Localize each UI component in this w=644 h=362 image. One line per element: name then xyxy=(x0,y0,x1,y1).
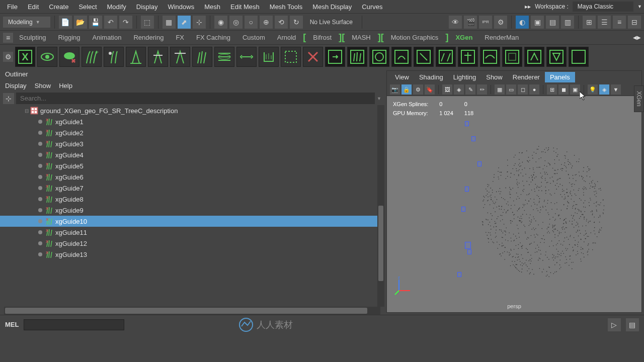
vp-menu-view[interactable]: View xyxy=(390,72,414,82)
playback-icon[interactable]: ▷ xyxy=(608,318,621,331)
vp-light-icon[interactable]: 💡 xyxy=(588,84,598,95)
visibility-dot-icon[interactable] xyxy=(38,175,42,179)
vp-grid-icon[interactable]: ▦ xyxy=(495,84,505,95)
vp-menu-panels[interactable]: Panels xyxy=(545,72,575,82)
menu-modify[interactable]: Modify xyxy=(102,1,131,13)
menu-meshtools[interactable]: Mesh Tools xyxy=(265,1,308,13)
xgen-groom-7-icon[interactable] xyxy=(480,47,500,67)
menu-display[interactable]: Display xyxy=(131,1,163,13)
xgen-preview-icon[interactable] xyxy=(37,47,57,67)
xgen-groom-6-icon[interactable] xyxy=(458,47,478,67)
snap-point-icon[interactable]: ⊹ xyxy=(193,16,206,29)
vp-isolate-icon[interactable]: ◈ xyxy=(599,84,609,95)
outliner-scrollbar[interactable] xyxy=(377,105,384,307)
vp-menu-show[interactable]: Show xyxy=(481,72,508,82)
snap-4-icon[interactable]: ⊕ xyxy=(260,16,273,29)
layout-4-icon[interactable]: ⊟ xyxy=(628,16,641,29)
outliner-menu-show[interactable]: Show xyxy=(35,82,51,89)
shelf-editor-icon[interactable]: ≡ xyxy=(3,33,13,43)
snap-2-icon[interactable]: ◎ xyxy=(229,16,243,29)
xgen-guide-sculpt-icon[interactable] xyxy=(104,47,124,67)
mel-input[interactable] xyxy=(24,319,124,330)
outliner-menu-help[interactable]: Help xyxy=(59,82,72,89)
open-scene-icon[interactable]: 📂 xyxy=(74,16,87,29)
vp-grease-icon[interactable]: ✏ xyxy=(477,84,487,95)
xgen-tool-2-icon[interactable] xyxy=(148,47,168,67)
shelf-mash[interactable]: MASH xyxy=(346,32,377,43)
visibility-dot-icon[interactable] xyxy=(38,208,42,212)
visibility-dot-icon[interactable] xyxy=(38,120,42,124)
render-icon[interactable]: 👁 xyxy=(449,16,462,29)
vp-filmgate-icon[interactable]: ▭ xyxy=(506,84,516,95)
xgen-side-tab[interactable]: XGen xyxy=(634,85,644,112)
tree-item[interactable]: X xgGuide11 xyxy=(0,227,384,238)
xgen-export-icon[interactable] xyxy=(325,47,345,67)
xgen-groom-11-icon[interactable] xyxy=(569,47,589,67)
xgen-groom-8-icon[interactable] xyxy=(502,47,522,67)
panel-2-icon[interactable]: ▣ xyxy=(531,16,544,29)
outliner-h-scrollbar[interactable] xyxy=(4,307,380,315)
vp-menu-shading[interactable]: Shading xyxy=(414,72,448,82)
panel-1-icon[interactable]: ◐ xyxy=(516,16,529,29)
new-scene-icon[interactable]: 📄 xyxy=(59,16,72,29)
vp-wireframe-icon[interactable]: ⊞ xyxy=(547,84,557,95)
vp-settings-icon[interactable]: ⚙ xyxy=(413,84,423,95)
workspace-selector[interactable]: Maya Classic xyxy=(573,2,633,12)
xgen-groom-2-icon[interactable] xyxy=(369,47,389,67)
script-editor-icon[interactable]: ▤ xyxy=(626,318,639,331)
visibility-dot-icon[interactable] xyxy=(38,252,42,256)
visibility-dot-icon[interactable] xyxy=(38,164,42,168)
redo-icon[interactable]: ↷ xyxy=(119,16,132,29)
outliner-search-input[interactable] xyxy=(16,93,375,104)
ipr-icon[interactable]: IPR xyxy=(479,16,492,29)
panel-3-icon[interactable]: ▤ xyxy=(546,16,559,29)
menu-windows[interactable]: Windows xyxy=(163,1,199,13)
viewport-3d[interactable]: XGen Splines:00 GPU Memory:1 024118 z pe… xyxy=(387,96,641,312)
tree-item[interactable]: X xgGuide10 xyxy=(0,216,384,227)
tree-item[interactable]: X xgGuide9 xyxy=(0,205,384,216)
xgen-tool-1-icon[interactable] xyxy=(126,47,146,67)
shelf-custom[interactable]: Custom xyxy=(236,32,271,43)
snap-1-icon[interactable]: ◉ xyxy=(214,16,227,29)
tree-item[interactable]: X xgGuide7 xyxy=(0,183,384,194)
xgen-groom-5-icon[interactable] xyxy=(436,47,456,67)
xgen-groom-3-icon[interactable] xyxy=(391,47,412,67)
vp-xray-icon[interactable]: ▼ xyxy=(611,84,621,95)
tree-item[interactable]: X xgGuide8 xyxy=(0,194,384,205)
tree-item[interactable]: X xgGuide13 xyxy=(0,249,384,260)
shelf-motiongraphics[interactable]: Motion Graphics xyxy=(385,32,445,43)
visibility-dot-icon[interactable] xyxy=(38,142,42,146)
visibility-dot-icon[interactable] xyxy=(38,241,42,245)
visibility-dot-icon[interactable] xyxy=(38,153,42,157)
tree-item[interactable]: X xgGuide2 xyxy=(0,127,384,138)
shelf-sculpting[interactable]: Sculpting xyxy=(13,32,52,43)
snap-3-icon[interactable]: ○ xyxy=(245,16,258,29)
shelf-options-icon[interactable]: ⚙ xyxy=(3,52,13,62)
vp-imageplane-icon[interactable]: 🖼 xyxy=(442,84,452,95)
undo-icon[interactable]: ↶ xyxy=(104,16,117,29)
shelf-renderman[interactable]: RenderMan xyxy=(478,32,525,43)
vp-bookmark-icon[interactable]: 🔖 xyxy=(425,84,435,95)
shelf-rigging[interactable]: Rigging xyxy=(52,32,86,43)
shelf-fx[interactable]: FX xyxy=(170,32,190,43)
tree-parent-node[interactable]: ⊟ ground_XGen_geo_FG_SR_TreeC_descriptio… xyxy=(0,105,384,116)
menu-file[interactable]: File xyxy=(2,1,23,13)
xgen-tool-7-icon[interactable] xyxy=(259,47,279,67)
menu-edit[interactable]: Edit xyxy=(23,1,44,13)
visibility-dot-icon[interactable] xyxy=(38,186,42,190)
menu-curves[interactable]: Curves xyxy=(357,1,387,13)
xgen-groom-9-icon[interactable] xyxy=(524,47,544,67)
render-view-icon[interactable]: 🎬 xyxy=(464,16,477,29)
vp-lock-icon[interactable]: 🔒 xyxy=(401,84,412,95)
outliner-tree[interactable]: ⊟ ground_XGen_geo_FG_SR_TreeC_descriptio… xyxy=(0,105,384,307)
shelf-fxcaching[interactable]: FX Caching xyxy=(190,32,236,43)
tree-item[interactable]: X xgGuide3 xyxy=(0,138,384,149)
tree-item[interactable]: X xgGuide12 xyxy=(0,238,384,249)
menu-select[interactable]: Select xyxy=(73,1,102,13)
menu-mesh[interactable]: Mesh xyxy=(199,1,225,13)
visibility-dot-icon[interactable] xyxy=(38,230,42,234)
sym-icon[interactable]: ⟲ xyxy=(275,16,288,29)
vp-2d-icon[interactable]: ◈ xyxy=(454,84,464,95)
visibility-dot-icon[interactable] xyxy=(38,197,42,201)
vp-textured-icon[interactable]: ▣ xyxy=(570,84,580,95)
